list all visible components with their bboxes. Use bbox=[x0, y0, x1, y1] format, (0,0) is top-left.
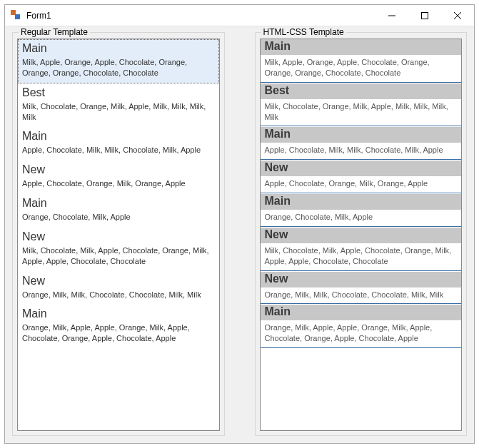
htmlcss-list[interactable]: Main Milk, Apple, Orange, Apple, Chocola… bbox=[260, 39, 463, 431]
list-item[interactable]: New Orange, Milk, Milk, Chocolate, Choco… bbox=[261, 272, 462, 305]
list-item-desc: Apple, Chocolate, Milk, Milk, Chocolate,… bbox=[265, 145, 458, 156]
list-item[interactable]: Main Orange, Milk, Apple, Apple, Orange,… bbox=[261, 305, 462, 349]
groupbox-htmlcss-legend: HTML-CSS Template bbox=[261, 27, 346, 37]
list-item-title: Main bbox=[22, 130, 215, 143]
list-item-title: New bbox=[22, 275, 215, 287]
app-window: Form1 Regular Template Main Milk, Apple,… bbox=[4, 4, 475, 444]
list-item-desc: Milk, Apple, Orange, Apple, Chocolate, O… bbox=[22, 57, 215, 78]
close-icon bbox=[454, 12, 461, 19]
list-item[interactable]: New Orange, Milk, Milk, Chocolate, Choco… bbox=[18, 272, 219, 305]
list-item-desc: Apple, Chocolate, Orange, Milk, Orange, … bbox=[265, 178, 458, 189]
list-item-title: New bbox=[265, 273, 458, 285]
list-item-title: Main bbox=[265, 128, 458, 141]
list-item[interactable]: New Apple, Chocolate, Orange, Milk, Oran… bbox=[261, 161, 462, 194]
list-item-title: Main bbox=[265, 40, 458, 53]
groupbox-htmlcss: HTML-CSS Template Main Milk, Apple, Oran… bbox=[255, 32, 468, 436]
list-item[interactable]: Main Apple, Chocolate, Milk, Milk, Choco… bbox=[261, 127, 462, 161]
list-item-title: Main bbox=[22, 197, 215, 210]
list-item-desc: Orange, Milk, Milk, Chocolate, Chocolate… bbox=[265, 290, 458, 300]
window-body: Regular Template Main Milk, Apple, Orang… bbox=[5, 26, 474, 443]
list-item[interactable]: Main Orange, Milk, Apple, Apple, Orange,… bbox=[18, 305, 219, 349]
list-item[interactable]: Best Milk, Chocolate, Orange, Milk, Appl… bbox=[18, 83, 219, 128]
svg-rect-1 bbox=[422, 12, 428, 19]
list-item-title: Main bbox=[265, 195, 458, 208]
list-item-desc: Orange, Milk, Apple, Apple, Orange, Milk… bbox=[265, 322, 458, 344]
list-item-desc: Milk, Apple, Orange, Apple, Chocolate, O… bbox=[265, 57, 458, 78]
list-item-title: New bbox=[22, 163, 215, 176]
list-item-title: Best bbox=[22, 86, 215, 99]
list-item-title: Main bbox=[22, 42, 215, 55]
list-item[interactable]: Best Milk, Chocolate, Orange, Milk, Appl… bbox=[261, 83, 462, 128]
minimize-icon bbox=[388, 12, 395, 19]
maximize-button[interactable] bbox=[408, 5, 441, 26]
list-item-title: Best bbox=[265, 84, 458, 97]
list-item-desc: Milk, Chocolate, Milk, Apple, Chocolate,… bbox=[265, 245, 458, 267]
list-item-title: New bbox=[22, 230, 215, 243]
list-item-title: New bbox=[265, 228, 458, 241]
list-item-desc: Milk, Chocolate, Orange, Milk, Apple, Mi… bbox=[265, 101, 458, 123]
list-item-title: New bbox=[265, 161, 458, 174]
list-item[interactable]: Main Milk, Apple, Orange, Apple, Chocola… bbox=[261, 39, 462, 83]
list-item-desc: Orange, Chocolate, Milk, Apple bbox=[22, 212, 215, 223]
list-item[interactable]: Main Orange, Chocolate, Milk, Apple bbox=[261, 194, 462, 228]
list-item[interactable]: New Milk, Chocolate, Milk, Apple, Chocol… bbox=[18, 228, 219, 272]
minimize-button[interactable] bbox=[375, 5, 408, 26]
list-item-desc: Orange, Chocolate, Milk, Apple bbox=[265, 212, 458, 223]
list-item[interactable]: Main Apple, Chocolate, Milk, Milk, Choco… bbox=[18, 127, 219, 161]
regular-list[interactable]: Main Milk, Apple, Orange, Apple, Chocola… bbox=[17, 39, 220, 431]
list-item-desc: Milk, Chocolate, Orange, Milk, Apple, Mi… bbox=[22, 101, 215, 123]
list-item-title: Main bbox=[22, 307, 215, 320]
list-item-desc: Orange, Milk, Apple, Apple, Orange, Milk… bbox=[22, 322, 215, 344]
window-controls bbox=[375, 5, 474, 26]
list-item[interactable]: New Apple, Chocolate, Orange, Milk, Oran… bbox=[18, 161, 219, 194]
list-item[interactable]: Main Orange, Chocolate, Milk, Apple bbox=[18, 194, 219, 228]
groupbox-regular: Regular Template Main Milk, Apple, Orang… bbox=[12, 32, 225, 436]
list-item[interactable]: Main Milk, Apple, Orange, Apple, Chocola… bbox=[18, 39, 219, 83]
list-item-desc: Orange, Milk, Milk, Chocolate, Chocolate… bbox=[22, 290, 215, 300]
list-item-desc: Apple, Chocolate, Milk, Milk, Chocolate,… bbox=[22, 145, 215, 156]
list-item-desc: Milk, Chocolate, Milk, Apple, Chocolate,… bbox=[22, 245, 215, 267]
list-item[interactable]: New Milk, Chocolate, Milk, Apple, Chocol… bbox=[261, 228, 462, 272]
app-icon bbox=[11, 10, 22, 21]
close-button[interactable] bbox=[441, 5, 474, 26]
maximize-icon bbox=[421, 12, 428, 19]
titlebar: Form1 bbox=[5, 5, 474, 26]
window-title: Form1 bbox=[26, 11, 51, 21]
groupbox-regular-legend: Regular Template bbox=[19, 27, 90, 37]
list-item-title: Main bbox=[265, 305, 458, 318]
list-item-desc: Apple, Chocolate, Orange, Milk, Orange, … bbox=[22, 178, 215, 189]
